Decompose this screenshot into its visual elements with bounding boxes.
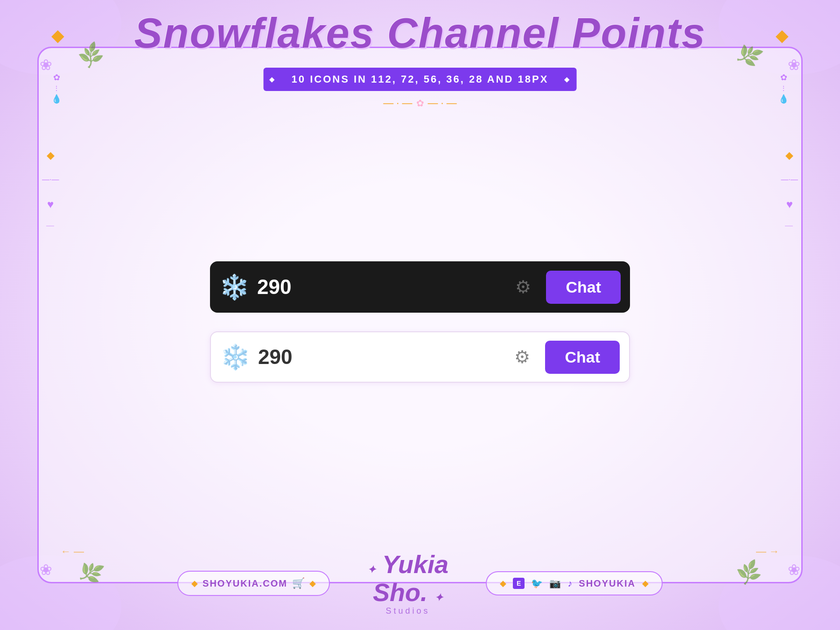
logo-text2: Sho. xyxy=(373,578,427,606)
gear-icon-dark: ⚙ xyxy=(515,277,531,297)
left-deco-heart: ♥ xyxy=(47,198,54,211)
subtitle-banner: 10 ICONS IN 112, 72, 56, 36, 28 AND 18PX xyxy=(264,68,577,91)
cart-icon: 🛒 xyxy=(292,577,305,589)
instagram-icon: 📷 xyxy=(549,578,561,589)
logo-sparkle-right: ✦ xyxy=(434,592,443,603)
logo-line2: Sho. ✦ xyxy=(367,579,448,606)
page-title: Snowflakes Channel Points xyxy=(0,9,840,57)
hang-decoration-right: ✿ ⋮ 💧 xyxy=(778,72,789,104)
logo-text1: Yukia xyxy=(382,550,448,578)
right-side-deco: ◆ —·— ♥ | xyxy=(781,149,798,227)
social-diamond-left: ◆ xyxy=(500,578,506,588)
social-handle: SHOYUKIA xyxy=(579,578,636,589)
widget-dark: ❄️ 290 ⚙ Chat xyxy=(210,261,630,313)
corner-floral-tr: ❀ xyxy=(788,56,800,74)
chat-button-dark[interactable]: Chat xyxy=(546,271,621,304)
corner-floral-tl: ❀ xyxy=(40,56,52,74)
diamond-top-left-icon: ◆ xyxy=(51,26,64,45)
twitter-icon: 🐦 xyxy=(531,578,543,589)
social-diamond-right: ◆ xyxy=(642,578,649,588)
hang-left-drop: 💧 xyxy=(51,94,62,104)
right-deco-vine: | xyxy=(784,225,794,227)
right-deco-dot1: —·— xyxy=(781,175,798,184)
left-deco-dot1: —·— xyxy=(42,175,59,184)
hang-right-line: ⋮ xyxy=(780,84,787,92)
hang-left-flower: ✿ xyxy=(53,72,60,83)
footer: ◆ SHOYUKIA.COM 🛒 ◆ ✦ Yukia Sho. ✦ Studio… xyxy=(0,551,840,616)
divider-left-line: — · — xyxy=(383,97,412,109)
logo-studios: Studios xyxy=(367,606,448,616)
website-diamond-right: ◆ xyxy=(309,578,316,588)
hang-left-line: ⋮ xyxy=(53,84,60,92)
footer-social-pill: ◆ E 🐦 📷 ♪ SHOYUKIA ◆ xyxy=(486,571,663,595)
hang-right-drop: 💧 xyxy=(778,94,789,104)
website-diamond-left: ◆ xyxy=(191,578,198,588)
gear-icon-light: ⚙ xyxy=(514,347,530,367)
divider-right-line: — · — xyxy=(428,97,457,109)
snowflake-icon-light: ❄️ xyxy=(220,343,251,371)
etsy-icon: E xyxy=(513,578,525,589)
website-text: SHOYUKIA.COM xyxy=(203,578,287,589)
points-dark: 290 xyxy=(257,275,508,299)
main-content: ❄️ 290 ⚙ Chat ❄️ 290 ⚙ Chat xyxy=(93,121,747,523)
left-side-deco: ◆ —·— ♥ | xyxy=(42,149,59,227)
footer-website-pill: ◆ SHOYUKIA.COM 🛒 ◆ xyxy=(177,571,330,596)
right-deco-heart: ♥ xyxy=(786,198,793,211)
diamond-top-right-icon: ◆ xyxy=(776,26,789,45)
chat-button-light[interactable]: Chat xyxy=(545,341,620,374)
right-deco-diamond1: ◆ xyxy=(785,149,793,161)
logo-sparkle-left: ✦ xyxy=(367,564,376,575)
points-light: 290 xyxy=(258,345,507,369)
top-divider: — · — ✿ — · — xyxy=(383,97,457,109)
tiktok-icon: ♪ xyxy=(567,578,572,589)
snowflake-icon-dark: ❄️ xyxy=(219,273,250,301)
left-deco-vine: | xyxy=(46,225,56,227)
logo-line1: ✦ Yukia xyxy=(367,551,448,578)
widget-light: ❄️ 290 ⚙ Chat xyxy=(210,331,630,383)
hang-decoration-left: ✿ ⋮ 💧 xyxy=(51,72,62,104)
left-deco-diamond1: ◆ xyxy=(47,149,55,161)
divider-cherry: ✿ xyxy=(416,98,424,109)
hang-right-flower: ✿ xyxy=(780,72,787,83)
logo-center: ✦ Yukia Sho. ✦ Studios xyxy=(367,551,448,616)
